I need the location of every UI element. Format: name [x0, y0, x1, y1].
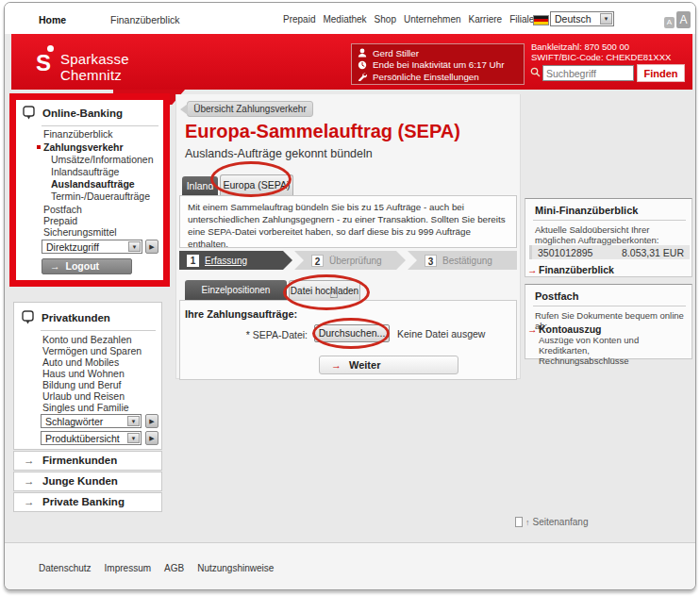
annotation-highlight-online-banking: Online-Banking Finanzüberblick Zahlungsv… [9, 93, 170, 287]
sidebar-item-vermoegen[interactable]: Vermögen und Sparen [42, 345, 142, 356]
file-status-text: Keine Datei ausgew [397, 328, 485, 339]
nav-karriere[interactable]: Karriere [469, 14, 503, 25]
font-size-large-button[interactable]: A [676, 11, 691, 28]
sidebar-section-junge-kunden[interactable]: → Junge Kunden [13, 472, 162, 491]
sidebar-item-prepaid[interactable]: Prepaid [43, 215, 77, 226]
seitenanfang-label: Seitenanfang [533, 517, 589, 527]
produktuebersicht-value: Produktübersicht [45, 433, 120, 444]
browse-file-button[interactable]: Durchsuchen... [314, 324, 390, 342]
search-submit-button[interactable]: Finden [637, 64, 685, 82]
user-session-box: Gerd Stiller Ende bei Inaktivität um 6:1… [351, 43, 525, 85]
step-number: 3 [425, 255, 437, 267]
subtab-datei-hochladen[interactable]: Datei hochladen [289, 280, 360, 301]
active-bullet [37, 145, 41, 149]
direct-access-go-button[interactable]: ▶ [145, 240, 158, 254]
nav-prepaid[interactable]: Prepaid [283, 14, 315, 25]
sidebar-item-urlaub[interactable]: Urlaub und Reisen [42, 390, 125, 402]
kontoauszug-link[interactable]: Kontoauszug [539, 323, 602, 335]
divider [41, 330, 156, 331]
back-to-overview-button[interactable]: Übersicht Zahlungsverkehr [187, 101, 313, 117]
sidebar-item-konto[interactable]: Konto und Bezahlen [42, 334, 132, 345]
german-flag-icon [533, 15, 549, 25]
footer-link-agb[interactable]: AGB [164, 563, 184, 573]
account-balance: 8.053,31 EUR [622, 247, 684, 258]
arrow-right-icon: → [331, 359, 342, 371]
step-label: Bestätigung [442, 256, 492, 266]
arrow-right-icon: → [24, 493, 35, 511]
schlagwoerter-go-button[interactable]: ▶ [145, 414, 158, 428]
search-input[interactable] [542, 65, 634, 81]
privatkunden-title: Privatkunden [42, 312, 110, 323]
font-size-small-button[interactable]: A [664, 17, 675, 28]
sparkasse-online-banking-page: Home Finanzüberblick Prepaid Mediathek S… [0, 0, 700, 596]
sidebar-item-auslandsauftraege[interactable]: Auslandsaufträge [51, 178, 135, 190]
back-to-top-link[interactable]: ↑ Seitenanfang [515, 517, 588, 527]
chevron-down-icon[interactable]: ▼ [128, 241, 141, 252]
schlagwoerter-select[interactable]: Schlagwörter ▼ [41, 414, 142, 428]
sidebar-item-bildung[interactable]: Bildung und Beruf [42, 379, 121, 390]
divider [533, 306, 686, 306]
arrow-right-icon: → [24, 472, 35, 490]
footer-link-nutzungshinweise[interactable]: Nutzungshinweise [197, 563, 274, 573]
section-label: Junge Kunden [42, 472, 118, 490]
schlagwoerter-value: Schlagwörter [45, 416, 103, 427]
sidebar-section-firmenkunden[interactable]: → Firmenkunden [13, 451, 162, 471]
sidebar-item-finanzueberblick[interactable]: Finanzüberblick [43, 128, 113, 140]
subtab-einzelpositionen[interactable]: Einzelpositionen erfassen [185, 280, 287, 301]
sidebar-item-umsaetze[interactable]: Umsätze/Informationen [51, 154, 154, 165]
chevron-down-icon[interactable]: ▼ [127, 433, 140, 443]
kontoauszug-desc: Auszüge von Konten und Kreditkarten, Rec… [539, 335, 682, 366]
form-heading: Ihre Zahlungsaufträge: [185, 308, 297, 320]
sparkasse-logo-icon: S [36, 44, 58, 78]
chevron-down-icon[interactable]: ▼ [127, 416, 140, 426]
sidebar-item-inlandsauftraege[interactable]: Inlandsaufträge [51, 166, 119, 177]
dialog-bubble-icon [23, 106, 35, 121]
personal-settings-link[interactable]: Persönliche Einstellungen [373, 72, 479, 82]
nav-finanzueberblick[interactable]: Finanzüberblick [110, 14, 180, 25]
wizard-step-erfassung[interactable]: 1 Erfassung [179, 251, 292, 270]
tab-inland[interactable]: Inland [182, 176, 218, 195]
privatkunden-nav-box: Privatkunden Konto und Bezahlen Vermögen… [13, 302, 162, 450]
page-icon [515, 517, 523, 527]
mini-finanz-title: Mini-Finanzüberblick [535, 205, 638, 216]
logout-label: Logout [66, 260, 100, 272]
page-title: Europa-Sammelauftrag (SEPA) [185, 121, 460, 142]
nav-unternehmen[interactable]: Unternehmen [404, 14, 461, 25]
logout-button[interactable]: →Logout [42, 258, 132, 274]
dialog-bubble-icon [22, 310, 34, 325]
bank-code: Bankleitzahl: 870 500 00 [531, 41, 629, 52]
search-icon [530, 67, 541, 77]
nav-shop[interactable]: Shop [375, 14, 396, 25]
online-banking-nav-box: Online-Banking Finanzüberblick Zahlungsv… [16, 100, 163, 280]
weiter-label: Weiter [349, 359, 380, 371]
finanzueberblick-link[interactable]: Finanzüberblick [539, 264, 614, 275]
nav-home[interactable]: Home [39, 14, 66, 25]
produktuebersicht-go-button[interactable]: ▶ [145, 431, 158, 445]
footer-link-impressum[interactable]: Impressum [105, 563, 151, 573]
arrow-right-icon: → [527, 323, 538, 335]
page-subtitle: Auslands-Aufträge gekonnt bündeln [185, 147, 373, 160]
sepa-file-label: * SEPA-Datei: [215, 329, 308, 340]
chevron-down-icon[interactable]: ▼ [600, 13, 612, 25]
sidebar-item-auto[interactable]: Auto und Mobiles [42, 356, 119, 368]
tab-europa-sepa[interactable]: Europa (SEPA) [220, 174, 293, 195]
nav-mediathek[interactable]: Mediathek [323, 14, 366, 25]
sidebar-item-postfach[interactable]: Postfach [43, 204, 82, 215]
language-select[interactable]: Deutsch ▼ [550, 11, 614, 26]
wizard-step-ueberpruefung: 2 Überprüfung [294, 251, 406, 270]
arrow-right-icon: → [527, 264, 538, 275]
produktuebersicht-select[interactable]: Produktübersicht ▼ [41, 431, 142, 445]
footer: Datenschutz Impressum AGB Nutzungshinwei… [5, 542, 695, 589]
footer-link-datenschutz[interactable]: Datenschutz [39, 563, 92, 573]
sidebar-item-haus[interactable]: Haus und Wohnen [42, 368, 125, 379]
sidebar-item-sicherungsmittel[interactable]: Sicherungsmittel [43, 226, 117, 238]
weiter-submit-button[interactable]: →Weiter [319, 356, 458, 374]
step-number: 2 [311, 255, 324, 267]
direct-access-select[interactable]: Direktzugriff ▼ [42, 240, 142, 254]
sidebar-item-zahlungsverkehr[interactable]: Zahlungsverkehr [43, 141, 124, 153]
account-number: 3501012895 [538, 247, 592, 258]
sidebar-item-singles[interactable]: Singles und Familie [42, 402, 129, 413]
sidebar-section-private-banking[interactable]: → Private Banking [13, 492, 162, 512]
sidebar-item-terminauftraege[interactable]: Termin-/Daueraufträge [51, 190, 150, 202]
user-name: Gerd Stiller [373, 48, 419, 58]
